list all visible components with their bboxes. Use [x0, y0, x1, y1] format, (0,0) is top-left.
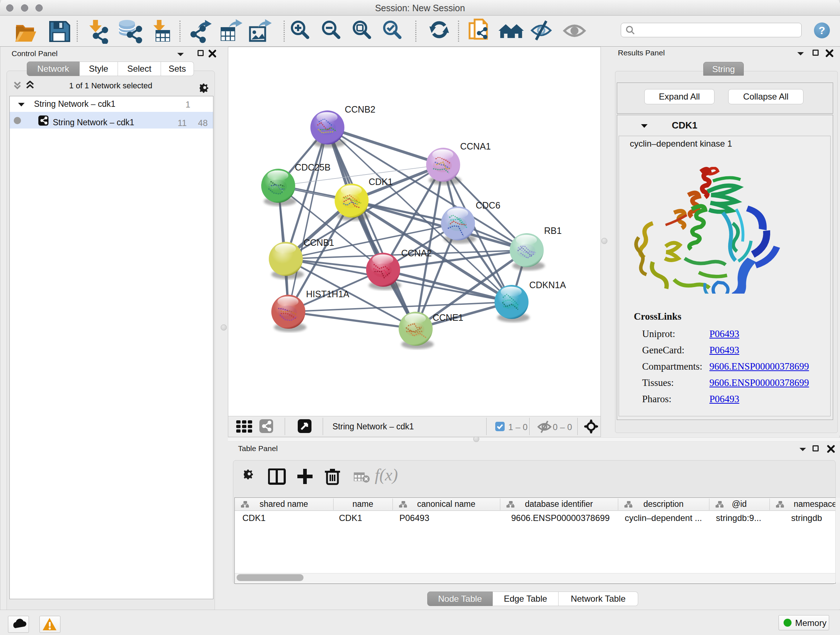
svg-text:CCNA2: CCNA2 [401, 248, 432, 258]
svg-text:HIST1H1A: HIST1H1A [306, 289, 349, 299]
svg-text:RB1: RB1 [544, 226, 562, 236]
svg-text:CCNB1: CCNB1 [303, 238, 334, 248]
svg-text:CCNE1: CCNE1 [433, 312, 463, 323]
svg-text:CDKN1A: CDKN1A [529, 280, 566, 290]
svg-text:CCNB2: CCNB2 [345, 104, 376, 114]
svg-text:CDK1: CDK1 [369, 177, 393, 187]
svg-text:CCNA1: CCNA1 [460, 141, 491, 151]
svg-text:CDC25B: CDC25B [295, 162, 331, 172]
svg-text:CDC6: CDC6 [476, 200, 500, 211]
